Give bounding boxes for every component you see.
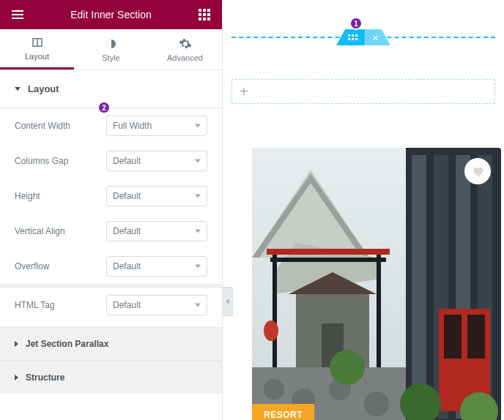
panel-title: Edit Inner Section (70, 9, 152, 20)
panel-tabs: Layout Style Advanced (0, 29, 222, 70)
callout-2: 2 (97, 101, 111, 114)
section-label: Layout (28, 83, 59, 94)
drag-icon (348, 34, 357, 40)
plus-icon: + (240, 83, 248, 100)
caret-right-icon (15, 375, 18, 380)
tab-label: Style (102, 53, 119, 62)
hamburger-icon (12, 10, 23, 19)
menu-button[interactable] (7, 4, 28, 25)
control-vertical-align: Vertical Align Default (0, 214, 222, 249)
vertical-align-select[interactable]: Default (106, 221, 207, 241)
chevron-left-icon (225, 298, 231, 305)
svg-rect-16 (270, 258, 386, 262)
height-select[interactable]: Default (106, 186, 207, 206)
tab-label: Layout (25, 52, 49, 61)
control-content-width: Content Width Full Width (0, 108, 222, 143)
control-overflow: Overflow Default (0, 249, 222, 284)
svg-rect-9 (467, 315, 485, 359)
add-widget-area[interactable]: + (231, 79, 495, 104)
section-delete-button[interactable]: × (365, 29, 390, 45)
favorite-button[interactable] (464, 158, 491, 184)
svg-rect-15 (267, 249, 390, 255)
caret-down-icon (15, 87, 21, 91)
gear-icon (179, 37, 192, 50)
section-layout[interactable]: Layout (0, 70, 222, 108)
section-label: Jet Section Parallax (26, 339, 108, 349)
control-height: Height Default (0, 179, 222, 214)
editor-panel: Edit Inner Section Layout Style Advanced… (0, 0, 223, 420)
html-tag-select[interactable]: Default (106, 295, 207, 315)
callout-1: 1 (349, 17, 363, 30)
close-icon: × (372, 31, 379, 44)
section-handle: × (336, 29, 390, 45)
section-parallax[interactable]: Jet Section Parallax (0, 327, 222, 361)
category-badge: RESORT (252, 404, 314, 420)
control-label: Columns Gap (15, 156, 68, 166)
tab-style[interactable]: Style (74, 29, 148, 70)
apps-grid-icon (199, 9, 210, 20)
svg-rect-8 (444, 315, 462, 359)
listing-card: RESORT (252, 148, 501, 420)
section-label: Structure (26, 372, 64, 383)
caret-right-icon (15, 341, 18, 347)
control-label: HTML Tag (15, 300, 55, 310)
control-html-tag: HTML Tag Default (0, 288, 222, 323)
style-icon (105, 37, 118, 50)
layout-icon (31, 36, 44, 49)
control-label: Height (15, 191, 40, 201)
tab-layout[interactable]: Layout (0, 29, 74, 70)
editor-canvas: 1 × + (223, 0, 504, 420)
overflow-select[interactable]: Default (106, 256, 207, 277)
widgets-button[interactable] (194, 4, 215, 25)
control-columns-gap: Columns Gap Default (0, 143, 222, 179)
tab-label: Advanced (167, 53, 203, 62)
svg-rect-3 (412, 155, 426, 419)
section-drag-button[interactable] (336, 29, 365, 45)
listing-image (252, 148, 501, 420)
section-structure[interactable]: Structure (0, 361, 222, 394)
control-label: Content Width (15, 121, 70, 131)
columns-gap-select[interactable]: Default (106, 151, 207, 171)
svg-point-25 (330, 350, 365, 385)
control-label: Vertical Align (15, 226, 65, 236)
control-label: Overflow (15, 261, 49, 271)
tab-advanced[interactable]: Advanced (148, 29, 222, 70)
content-width-select[interactable]: Full Width (106, 116, 207, 136)
svg-point-21 (264, 379, 284, 400)
collapse-panel-button[interactable] (223, 287, 233, 316)
layout-controls: 2 Content Width Full Width Columns Gap D… (0, 108, 222, 323)
heart-icon (471, 165, 484, 178)
svg-point-24 (364, 391, 389, 416)
panel-header: Edit Inner Section (0, 0, 222, 29)
svg-point-28 (264, 320, 278, 341)
